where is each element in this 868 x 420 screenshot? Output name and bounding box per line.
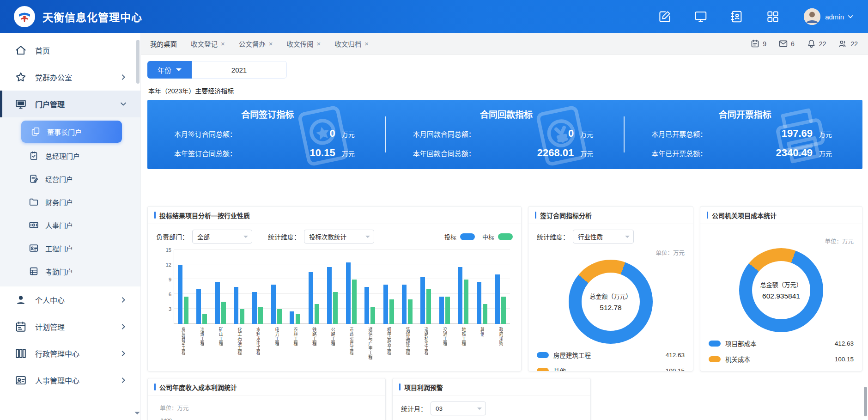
user-menu[interactable]: admin — [804, 8, 854, 25]
counter-todo[interactable]: 9 — [750, 39, 766, 49]
card-title: 签订合同指标分析 — [540, 211, 592, 220]
sidebar-item-plan-management[interactable]: 计划管理 — [0, 313, 140, 340]
sidebar-item-portal-management[interactable]: 门户管理 — [0, 91, 140, 117]
bar-group: 铁路工程 — [309, 250, 319, 371]
legend-item-中标[interactable]: 中标 — [482, 232, 513, 241]
user-avatar[interactable] — [804, 8, 820, 25]
donut-center-value: 512.78 — [600, 304, 621, 312]
y-axis-tick: 6 — [158, 292, 171, 297]
bar-中标 — [296, 314, 300, 324]
banner-row-label: 本年回款合同总额： — [413, 148, 475, 158]
tab-close-icon[interactable]: × — [221, 40, 225, 47]
tab-my-desktop[interactable]: 我的桌面 — [150, 39, 177, 49]
sidebar-item-hr-center[interactable]: 人事管理中心 — [0, 367, 140, 394]
bar-group: 矿山工程 — [215, 250, 226, 371]
caret-down-icon — [473, 402, 486, 415]
clipboard-icon — [29, 151, 39, 161]
banner-row-value: 2268.01 — [537, 147, 574, 159]
sidebar-item-label: 计划管理 — [35, 321, 65, 332]
bar-投标 — [402, 285, 407, 324]
sidebar-subitem-operation-portal[interactable]: 经营门户 — [0, 167, 140, 190]
tab-doc-supervise[interactable]: 公文督办× — [239, 39, 273, 49]
sidebar-subitem-label: 总经理门户 — [45, 151, 80, 161]
year-filter-button[interactable]: 年份 — [147, 61, 192, 79]
legend-label: 中标 — [482, 232, 494, 241]
bell-icon — [807, 39, 816, 49]
tab-label: 收文登记 — [191, 39, 218, 49]
bar-pair — [346, 250, 357, 324]
unit-note: 单位：万元 — [160, 403, 377, 412]
sidebar-scrollbar[interactable] — [135, 33, 140, 420]
bar-投标 — [458, 267, 462, 324]
bar-pair — [271, 250, 282, 324]
banner-section-payment: 合同回款指标 本月回款合同总额： 0 万元 本年回款合同总额： 2268.01 … — [386, 100, 624, 169]
sidebar-subitem-hr-portal[interactable]: 人事门户 — [0, 213, 140, 237]
chevron-down-icon[interactable] — [847, 13, 854, 20]
bar-投标 — [252, 292, 257, 324]
sidebar-item-party-office[interactable]: 党群办公室 — [0, 64, 140, 91]
tab-label: 我的桌面 — [150, 39, 177, 49]
bar-category-label: 其他 — [480, 327, 485, 371]
plan-icon — [15, 321, 27, 333]
sidebar-item-personal-center[interactable]: 个人中心 — [0, 286, 140, 313]
counter-contacts[interactable]: 22 — [838, 39, 858, 49]
counter-notification[interactable]: 22 — [807, 39, 826, 49]
legend-value: 100.15 — [666, 367, 685, 371]
sidebar-item-home[interactable]: 首页 — [0, 37, 140, 64]
bar-category-label: 装饰装修工程 — [405, 327, 410, 371]
sidebar-item-admin-center[interactable]: 行政管理中心 — [0, 340, 140, 367]
bar-group: 水利水电工程 — [252, 250, 263, 371]
tab-close-icon[interactable]: × — [364, 40, 369, 47]
legend-value: 412.63 — [835, 340, 854, 347]
department-select[interactable]: 全部 — [192, 230, 252, 243]
month-select[interactable]: 03 — [431, 402, 486, 415]
content-area: 年份 2021 本年（2023年）主要经济指标 合同签订指标 — [141, 55, 868, 420]
sidebar-subitem-finance-portal[interactable]: 财务门户 — [0, 190, 140, 213]
tab-doc-circulate[interactable]: 收文传阅× — [287, 39, 321, 49]
bar-中标 — [240, 309, 244, 324]
year-filter-value[interactable]: 2021 — [192, 61, 287, 79]
address-book-icon[interactable] — [730, 10, 744, 24]
tab-strip: 我的桌面收文登记×公文督办×收文传阅×收文归档× 962222 — [141, 33, 868, 55]
tab-doc-receive-register[interactable]: 收文登记× — [191, 39, 225, 49]
bid-chart-legend: 投标中标 — [437, 232, 513, 241]
sidebar-subitem-chairman-portal[interactable]: 董事长门户 — [21, 121, 122, 143]
legend-item-投标[interactable]: 投标 — [444, 232, 475, 241]
sidebar-subitem-label: 人事门户 — [45, 220, 73, 230]
legend-label: 其他 — [553, 366, 566, 371]
sidebar-scrollbar-thumb[interactable] — [136, 40, 140, 84]
industry-dimension-select[interactable]: 行业性质 — [573, 230, 634, 243]
dimension-select-value: 投标次数统计 — [309, 232, 362, 241]
sidebar-subitem-gm-portal[interactable]: 总经理门户 — [0, 144, 140, 167]
bar-group: 政府采购 — [495, 250, 506, 371]
bar-group: 房屋建筑工程 — [178, 250, 188, 371]
monitor-icon[interactable] — [694, 10, 708, 24]
tab-doc-archive[interactable]: 收文归档× — [334, 39, 369, 49]
bar-category-label: 房屋建筑工程 — [181, 327, 186, 371]
bar-投标 — [196, 289, 201, 324]
counter-mail[interactable]: 6 — [778, 39, 795, 49]
dimension-select[interactable]: 投标次数统计 — [304, 230, 374, 243]
tab-close-icon[interactable]: × — [269, 40, 273, 47]
sidebar-scroll-down-arrow-icon[interactable] — [134, 412, 140, 417]
counter-value: 22 — [819, 40, 826, 48]
sidebar-subitem-label: 考勤门户 — [45, 267, 73, 276]
sidebar-subitem-engineering-portal[interactable]: 工程门户 — [0, 237, 140, 260]
tab-close-icon[interactable]: × — [317, 40, 321, 47]
donut-legend-item[interactable]: 房屋建筑工程412.63 — [537, 350, 685, 359]
bar-投标 — [420, 277, 425, 324]
apps-icon[interactable] — [766, 10, 780, 24]
bar-category-label: 冶炼工程 — [199, 327, 204, 371]
year-filter[interactable]: 年份 2021 — [147, 61, 287, 79]
sidebar-item-label: 党群办公室 — [35, 72, 72, 83]
donut-legend-item[interactable]: 机关成本100.15 — [709, 354, 854, 364]
donut-legend-item[interactable]: 其他100.15 — [537, 366, 685, 371]
banner-row-value: 10.15 — [310, 147, 335, 159]
compose-icon[interactable] — [658, 10, 672, 24]
sidebar-subitem-attendance-portal[interactable]: 考勤门户 — [0, 260, 140, 283]
bar-group: 冶炼工程 — [196, 250, 207, 371]
main-scrollbar-thumb[interactable] — [864, 387, 867, 416]
bid-chart-columns: 房屋建筑工程冶炼工程矿山工程化工石油工程水利水电工程电力工程农林工程铁路工程公路… — [174, 250, 510, 371]
donut-center: 总金额（万元） 512.78 — [582, 273, 640, 331]
donut-legend-item[interactable]: 项目部成本412.63 — [709, 339, 854, 348]
